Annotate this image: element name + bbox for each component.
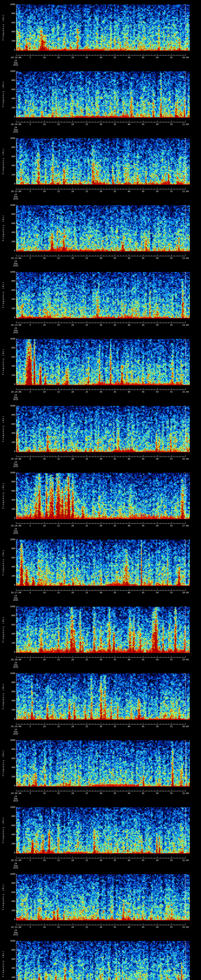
x-end-time-label: 32:00	[182, 859, 189, 861]
y-tick-label: 800	[8, 815, 15, 817]
y-tick-label: 800	[8, 949, 15, 951]
x-tick-label: 40	[128, 926, 130, 928]
x-tick-label: 50	[156, 458, 158, 460]
x-tick-label: 35	[113, 592, 116, 594]
y-tick-label: 400	[8, 231, 15, 234]
y-tick-label: 400	[8, 967, 15, 969]
x-tick-label: 45	[142, 525, 144, 527]
y-tick-label: 800	[8, 614, 15, 617]
x-end-time-label: 20:00	[182, 56, 189, 59]
y-tick-label: 800	[8, 748, 15, 750]
x-tick-label: 25	[85, 859, 88, 861]
x-tick-label: 40	[128, 123, 130, 126]
spectrogram-panel: 02004006008001000Frequency (Hz)510152025…	[0, 669, 201, 736]
y-tick-label: 200	[8, 374, 15, 376]
y-tick-label: 1000	[8, 873, 15, 875]
x-tick-label: 20	[71, 257, 74, 259]
x-tick-label: 20	[71, 458, 74, 460]
spectrogram-panel: 02004006008001000Frequency (Hz)510152025…	[0, 468, 201, 535]
x-end-time-label: 31:00	[182, 792, 189, 794]
x-tick-label: 50	[156, 926, 158, 928]
y-tick-label: 1000	[8, 739, 15, 741]
y-tick-label: 800	[8, 547, 15, 550]
y-tick-label: 200	[8, 976, 15, 978]
spectrogram-panel: 02004006008001000Frequency (Hz)510152025…	[0, 134, 201, 201]
y-tick-label: 400	[8, 30, 15, 33]
date-year-label: 2015	[13, 800, 18, 802]
x-tick-label: 35	[113, 324, 116, 326]
x-tick-label: 50	[156, 56, 158, 59]
x-end-time-label: 21:00	[182, 123, 189, 126]
x-tick-label: 55	[170, 592, 172, 594]
date-year-label: 2015	[13, 331, 18, 334]
x-tick-label: 40	[128, 859, 130, 861]
y-tick-label: 1000	[8, 137, 15, 139]
x-tick-label: 35	[113, 257, 116, 259]
x-start-time-label: 20:25:00	[11, 458, 21, 460]
x-tick-label: 55	[170, 525, 172, 527]
x-tick-label: 10	[43, 859, 46, 861]
x-tick-label: 35	[113, 792, 116, 794]
y-tick-label: 400	[8, 164, 15, 167]
x-tick-label: 15	[57, 458, 60, 460]
x-tick-label: 15	[57, 56, 60, 59]
x-tick-label: 10	[43, 123, 46, 126]
x-tick-label: 50	[156, 659, 158, 661]
y-axis-title: Frequency (Hz)	[2, 750, 4, 776]
x-tick-label: 50	[156, 792, 158, 794]
x-tick-label: 25	[85, 324, 88, 326]
x-tick-label: 55	[170, 792, 172, 794]
x-tick-label: 15	[57, 257, 60, 259]
spectrogram-panel: 02004006008001000Frequency (Hz)510152025…	[0, 937, 201, 980]
x-tick-label: 15	[57, 324, 60, 326]
date-year-label: 2015	[13, 599, 18, 601]
spectrogram-panel: 02004006008001000Frequency (Hz)510152025…	[0, 334, 201, 401]
x-end-time-label: 27:00	[182, 525, 189, 527]
spectrogram-panel: 02004006008001000Frequency (Hz)510152025…	[0, 602, 201, 669]
y-tick-label: 1000	[8, 672, 15, 675]
y-tick-label: 400	[8, 499, 15, 501]
y-tick-label: 1000	[8, 605, 15, 608]
x-tick-label: 55	[170, 324, 172, 326]
y-tick-label: 1000	[8, 405, 15, 407]
y-tick-label: 600	[8, 22, 15, 24]
x-tick-label: 45	[142, 324, 144, 326]
x-tick-label: 30	[99, 190, 102, 192]
x-tick-label: 45	[142, 56, 144, 59]
spectrogram-panel: 02004006008001000Frequency (Hz)510152025…	[0, 267, 201, 334]
y-axis-title: Frequency (Hz)	[2, 148, 4, 175]
x-tick-label: 50	[156, 324, 158, 326]
x-tick-label: 35	[113, 725, 116, 727]
y-tick-label: 600	[8, 624, 15, 626]
x-tick-label: 45	[142, 926, 144, 928]
x-tick-label: 30	[99, 659, 102, 661]
x-end-time-label: 33:00	[182, 926, 189, 928]
x-tick-label: 45	[142, 859, 144, 861]
x-start-time-label: 20:22:00	[11, 257, 21, 259]
x-tick-label: 15	[57, 725, 60, 727]
x-tick-label: 5	[30, 56, 31, 59]
y-tick-label: 800	[8, 213, 15, 215]
y-tick-label: 0	[8, 116, 15, 118]
x-tick-label: 25	[85, 792, 88, 794]
y-tick-label: 600	[8, 757, 15, 759]
x-end-time-label: 30:00	[182, 725, 189, 727]
y-tick-label: 400	[8, 766, 15, 768]
spectrogram-panel: 02004006008001000Frequency (Hz)510152025…	[0, 0, 201, 67]
y-tick-label: 200	[8, 709, 15, 711]
y-tick-label: 0	[8, 784, 15, 787]
x-tick-label: 40	[128, 792, 130, 794]
x-tick-label: 55	[170, 458, 172, 460]
x-tick-label: 5	[30, 190, 31, 192]
y-tick-label: 800	[8, 480, 15, 483]
date-year-label: 2015	[13, 532, 18, 534]
y-tick-label: 0	[8, 383, 15, 385]
x-tick-label: 5	[30, 123, 31, 126]
x-tick-label: 10	[43, 792, 46, 794]
x-start-time-label: 20:20:00	[11, 123, 21, 126]
y-tick-label: 600	[8, 490, 15, 492]
x-tick-label: 40	[128, 592, 130, 594]
x-tick-label: 55	[170, 659, 172, 661]
x-tick-label: 10	[43, 56, 46, 59]
x-tick-label: 40	[128, 257, 130, 259]
